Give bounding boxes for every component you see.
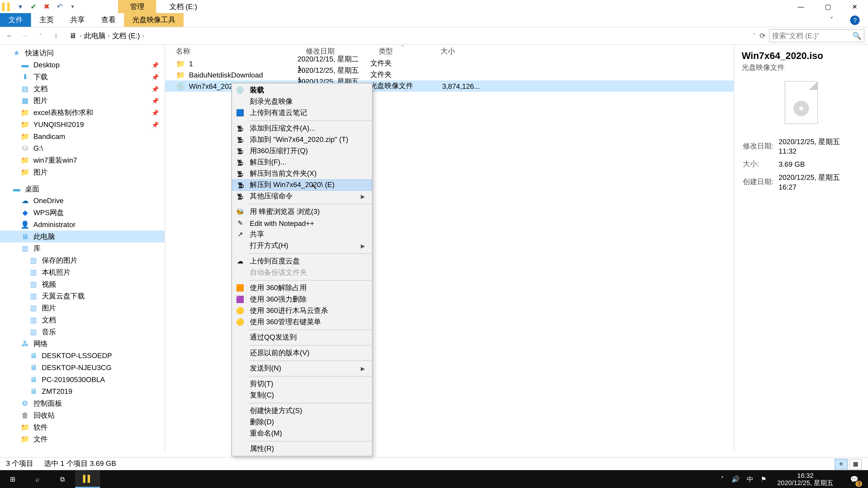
tree-quick-access[interactable]: ★快速访问 — [0, 47, 164, 59]
tree-item[interactable]: 🖥DESKTOP-NJEU3CG — [0, 362, 164, 374]
context-menu-item[interactable]: 🗜解压到(F)... — [232, 157, 372, 168]
qat-more-icon[interactable]: ▾ — [68, 2, 78, 11]
nav-back-button[interactable]: ← — [4, 32, 16, 40]
tree-item[interactable]: ▥图片 — [0, 302, 164, 314]
col-name[interactable]: 名称 — [165, 46, 298, 56]
tree-onedrive[interactable]: ☁OneDrive — [0, 195, 164, 207]
context-menu-item[interactable]: 🗜用360压缩打开(Q) — [232, 145, 372, 157]
tree-downloads[interactable]: ⬇下载📌 — [0, 71, 164, 83]
file-row[interactable]: 📁12020/12/15, 星期二 1...文件夹 — [165, 58, 734, 69]
context-menu-item[interactable]: 🗜解压到当前文件夹(X) — [232, 168, 372, 180]
col-size[interactable]: 大小 — [432, 46, 486, 56]
taskbar-clock[interactable]: 16:32 2020/12/25, 星期五 — [774, 472, 837, 486]
tree-control-panel[interactable]: ⚙控制面板 — [0, 397, 164, 410]
nav-forward-button[interactable]: → — [19, 32, 31, 40]
system-tray[interactable]: ˄ 🔊 中 ⚑ 16:32 2020/12/25, 星期五 💬3 — [717, 470, 868, 488]
start-button[interactable]: ⊞ — [0, 470, 25, 488]
context-menu-item[interactable]: 🟧使用 360解除占用 — [232, 283, 372, 294]
context-menu-item[interactable]: 打开方式(H)▶ — [232, 240, 372, 252]
tree-item[interactable]: 🖥PC-20190530OBLA — [0, 374, 164, 386]
tree-documents[interactable]: ▤文档📌 — [0, 83, 164, 95]
tree-desktop[interactable]: ▬Desktop📌 — [0, 59, 164, 71]
help-button[interactable]: ? — [842, 13, 868, 27]
context-menu-item[interactable]: ↗共享 — [232, 229, 372, 240]
context-menu-item[interactable]: 🗜其他压缩命令▶ — [232, 191, 372, 202]
context-menu-item[interactable]: 剪切(T) — [232, 379, 372, 390]
tray-overflow-icon[interactable]: ˄ — [721, 475, 724, 483]
tree-item[interactable]: 🖥DESKTOP-LSSOEDP — [0, 350, 164, 362]
view-details-button[interactable]: ≡ — [835, 458, 848, 469]
context-menu-item[interactable]: 💿装载 — [232, 85, 372, 96]
task-view-button[interactable]: ⧉ — [50, 470, 75, 488]
tree-network[interactable]: 🖧网络 — [0, 338, 164, 350]
tree-item[interactable]: 📁文件 — [0, 433, 164, 445]
ribbon-tab-disctools[interactable]: 光盘映像工具 — [124, 13, 184, 27]
ribbon-tab-share[interactable]: 共享 — [62, 13, 93, 27]
context-menu[interactable]: 💿装载刻录光盘映像🟦上传到有道云笔记🗜添加到压缩文件(A)...🗜添加到 "Wi… — [231, 83, 373, 457]
volume-icon[interactable]: 🔊 — [732, 475, 740, 483]
security-icon[interactable]: ⚑ — [761, 475, 767, 483]
tree-libraries[interactable]: ▥库 — [0, 242, 164, 254]
search-icon[interactable]: 🔍 — [852, 32, 862, 40]
qat-undo-icon[interactable]: ↶ — [55, 2, 64, 11]
tree-recycle-bin[interactable]: 🗑回收站 — [0, 410, 164, 421]
ribbon-expand-icon[interactable]: ˅ — [822, 13, 842, 27]
tree-item[interactable]: 📁YUNQISHI2019📌 — [0, 119, 164, 131]
tree-item[interactable]: ▥天翼云盘下载 — [0, 290, 164, 302]
tree-user[interactable]: 👤Administrator — [0, 219, 164, 231]
context-menu-item[interactable]: 🗜添加到压缩文件(A)... — [232, 123, 372, 134]
context-menu-item[interactable]: 🗜解压到 Win7x64_2020\ (E) — [232, 180, 372, 191]
action-center-button[interactable]: 💬3 — [844, 470, 865, 488]
taskbar-explorer-button[interactable]: ▌▌ — [75, 470, 100, 488]
tree-item[interactable]: ▥文档 — [0, 314, 164, 326]
refresh-button[interactable]: ⟳ — [760, 32, 765, 40]
context-menu-item[interactable]: 重命名(M) — [232, 428, 372, 439]
crumb-dropdown-icon[interactable]: ˅ — [753, 33, 756, 39]
qat-delete-icon[interactable]: ✖ — [42, 2, 51, 11]
ribbon-tab-file[interactable]: 文件 — [0, 13, 31, 27]
tree-item[interactable]: ▥音乐 — [0, 326, 164, 338]
minimize-button[interactable]: — — [787, 0, 814, 13]
maximize-button[interactable]: ▢ — [814, 0, 841, 13]
nav-up-button[interactable]: ↑ — [50, 32, 62, 40]
search-input[interactable]: 搜索"文档 (E:)" 🔍 — [769, 29, 864, 42]
tree-desktop-root[interactable]: ▬桌面 — [0, 183, 164, 195]
context-menu-item[interactable]: 创建快捷方式(S) — [232, 405, 372, 416]
ribbon-tab-view[interactable]: 查看 — [93, 13, 124, 27]
tree-item[interactable]: 📁软件 — [0, 421, 164, 433]
tree-this-pc[interactable]: 🖥此电脑 — [0, 231, 164, 242]
tree-pictures[interactable]: ▦图片📌 — [0, 95, 164, 107]
crumb-pc[interactable]: 此电脑 — [84, 31, 105, 41]
nav-recent-icon[interactable]: ˅ — [35, 33, 46, 39]
column-headers[interactable]: 名称 修改日期 类型 大小 — [165, 45, 734, 58]
context-menu-item[interactable]: 🟦上传到有道云笔记 — [232, 107, 372, 119]
tree-item[interactable]: 🖥ZMT2019 — [0, 385, 164, 397]
tree-item[interactable]: ▥视频 — [0, 278, 164, 290]
tree-item[interactable]: ▥本机照片 — [0, 266, 164, 278]
ime-indicator[interactable]: 中 — [747, 475, 753, 484]
ribbon-tab-home[interactable]: 主页 — [31, 13, 62, 27]
tree-item[interactable]: ⛁G:\ — [0, 142, 164, 154]
context-menu-item[interactable]: 🟡使用 360进行木马云查杀 — [232, 305, 372, 316]
qat-down-icon[interactable]: ▾ — [16, 2, 25, 11]
crumb-drive[interactable]: 文档 (E:) — [112, 31, 140, 41]
context-menu-item[interactable]: 删除(D) — [232, 417, 372, 428]
close-button[interactable]: ✕ — [841, 0, 868, 13]
breadcrumb[interactable]: 🖥 › 此电脑 › 文档 (E:) › — [66, 29, 749, 42]
tree-item[interactable]: ▥保存的图片 — [0, 254, 164, 266]
context-menu-item[interactable]: 通过QQ发送到 — [232, 332, 372, 343]
tree-item[interactable]: 📁excel表格制作求和📌 — [0, 107, 164, 119]
context-menu-item[interactable]: ☁上传到百度云盘 — [232, 256, 372, 267]
nav-tree[interactable]: ★快速访问 ▬Desktop📌 ⬇下载📌 ▤文档📌 ▦图片📌 📁excel表格制… — [0, 45, 165, 452]
tree-wps[interactable]: ◆WPS网盘 — [0, 207, 164, 219]
taskbar-search-button[interactable]: ⌕ — [25, 470, 50, 488]
qat-check-icon[interactable]: ✔ — [29, 2, 38, 11]
context-menu-item[interactable]: 还原以前的版本(V) — [232, 348, 372, 359]
tree-item[interactable]: 📁图片 — [0, 166, 164, 178]
context-menu-item[interactable]: 属性(R) — [232, 443, 372, 455]
file-row[interactable]: 📁BaiduNetdiskDownload2020/12/25, 星期五 1..… — [165, 69, 734, 80]
view-thumbnails-button[interactable]: ▦ — [849, 458, 862, 469]
taskbar[interactable]: ⊞ ⌕ ⧉ ▌▌ ˄ 🔊 中 ⚑ 16:32 2020/12/25, 星期五 💬… — [0, 470, 868, 488]
context-menu-item[interactable]: 刻录光盘映像 — [232, 96, 372, 107]
tree-item[interactable]: 📁win7重装win7 — [0, 154, 164, 166]
